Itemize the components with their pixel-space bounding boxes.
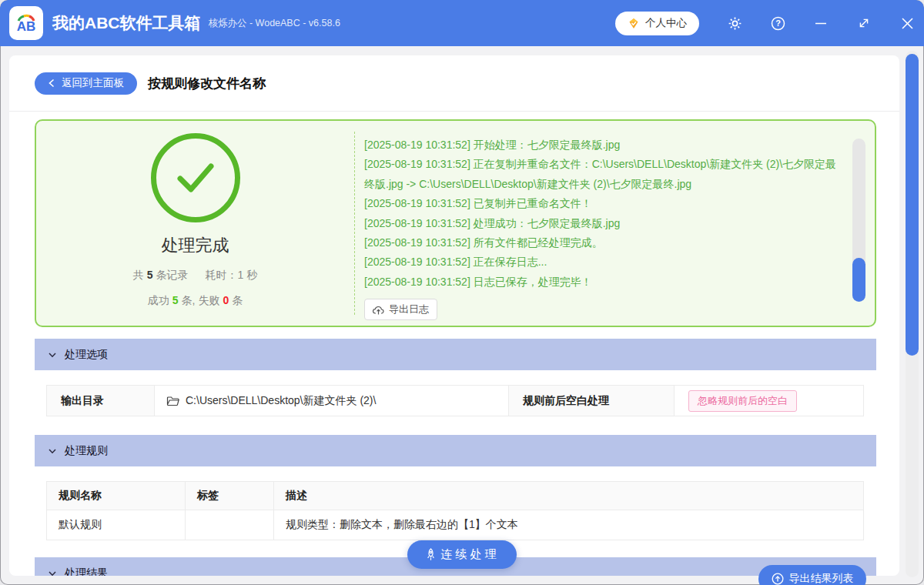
export-results-button[interactable]: 导出结果列表 xyxy=(758,565,866,585)
rule-desc-cell: 规则类型：删除文本，删除最右边的【1】个文本 xyxy=(274,510,863,540)
minimize-icon xyxy=(815,17,827,29)
chevron-down-icon xyxy=(48,446,57,456)
whitespace-tag: 忽略规则前后的空白 xyxy=(688,390,797,412)
svg-text:?: ? xyxy=(775,18,781,28)
section-results-title: 处理结果 xyxy=(65,567,108,577)
log-area: [2025-08-19 10:31:52] 开始处理：七夕限定最终版.jpg [… xyxy=(355,121,875,326)
whitespace-value: 忽略规则前后的空白 xyxy=(675,386,863,416)
help-button[interactable]: ? xyxy=(770,15,785,31)
log-scrollbar[interactable] xyxy=(852,139,865,302)
export-log-button[interactable]: 导出日志 xyxy=(364,299,437,320)
chevron-down-icon xyxy=(48,350,57,359)
folder-icon xyxy=(166,396,179,406)
table-row[interactable]: 默认规则 规则类型：删除文本，删除最右边的【1】个文本 xyxy=(47,510,863,540)
log-scrollbar-thumb[interactable] xyxy=(852,258,865,302)
content-area: 处理完成 共5条记录耗时：1 秒 成功5条,失败0条 [2025-08-19 1… xyxy=(9,112,899,576)
summary-status: 处理完成 共5条记录耗时：1 秒 成功5条,失败0条 xyxy=(36,121,354,326)
vip-diamond-icon xyxy=(628,18,640,29)
summary-panel: 处理完成 共5条记录耗时：1 秒 成功5条,失败0条 [2025-08-19 1… xyxy=(35,119,876,327)
chevron-left-icon xyxy=(48,79,55,88)
log-line: [2025-08-19 10:31:52] 正在复制并重命名文件：C:\User… xyxy=(364,155,839,194)
section-header-options[interactable]: 处理选项 xyxy=(35,339,876,370)
settings-button[interactable] xyxy=(727,15,742,31)
app-subtitle: 核烁办公 - WodeABC - v6.58.6 xyxy=(209,17,340,30)
success-count: 5 xyxy=(172,294,179,306)
titlebar-controls: 个人中心 ? xyxy=(615,12,924,35)
page-header: 返回到主面板 按规则修改文件名称 xyxy=(9,55,899,112)
output-dir-label: 输出目录 xyxy=(47,386,155,416)
column-tag: 标签 xyxy=(186,482,274,510)
fail-count: 0 xyxy=(223,294,229,306)
rocket-icon xyxy=(425,548,437,561)
minimize-button[interactable] xyxy=(813,15,829,31)
log-line: [2025-08-19 10:31:52] 处理成功：七夕限定最终版.jpg xyxy=(364,214,839,233)
app-title: 我的ABC软件工具箱 xyxy=(52,12,201,34)
rule-tag-cell xyxy=(186,510,274,540)
elapsed-time: 耗时：1 秒 xyxy=(206,269,258,281)
output-dir-value: C:\Users\DELL\Desktop\新建文件夹 (2)\ xyxy=(155,386,509,416)
continue-button[interactable]: 连续处理 xyxy=(407,540,517,569)
stats-total: 共5条记录耗时：1 秒 xyxy=(132,269,259,282)
back-button-label: 返回到主面板 xyxy=(62,76,124,90)
section-rules-title: 处理规则 xyxy=(65,444,108,458)
user-center-button[interactable]: 个人中心 xyxy=(615,12,699,35)
log-line: [2025-08-19 10:31:52] 开始处理：七夕限定最终版.jpg xyxy=(364,135,839,155)
user-center-label: 个人中心 xyxy=(645,16,687,30)
app-window: AB 我的ABC软件工具箱 核烁办公 - WodeABC - v6.58.6 个… xyxy=(0,0,924,585)
column-description: 描述 xyxy=(274,482,863,510)
section-header-rules[interactable]: 处理规则 xyxy=(35,435,876,466)
column-rule-name: 规则名称 xyxy=(47,482,186,510)
log-line: [2025-08-19 10:31:52] 日志已保存，处理完毕！ xyxy=(364,272,839,292)
total-count: 5 xyxy=(147,269,153,281)
rule-name-cell: 默认规则 xyxy=(47,510,186,540)
close-icon xyxy=(901,17,914,30)
rules-table-header: 规则名称 标签 描述 xyxy=(47,482,863,510)
page-title: 按规则修改文件名称 xyxy=(148,75,266,92)
gear-icon xyxy=(728,16,742,31)
main-panel: 返回到主面板 按规则修改文件名称 处理完成 共5条记录耗时：1 秒 xyxy=(9,55,899,576)
close-button[interactable] xyxy=(899,15,915,31)
success-check-icon xyxy=(151,133,240,222)
chevron-down-icon xyxy=(48,569,57,577)
logo-text: AB xyxy=(17,22,36,32)
maximize-icon xyxy=(858,17,870,29)
main-scrollbar[interactable] xyxy=(906,51,919,577)
cloud-upload-icon xyxy=(373,305,384,315)
main-scrollbar-thumb[interactable] xyxy=(906,54,919,356)
log-line: [2025-08-19 10:31:52] 正在保存日志... xyxy=(364,252,839,272)
app-logo: AB xyxy=(9,6,43,40)
continue-button-label: 连续处理 xyxy=(441,547,500,562)
rules-table: 规则名称 标签 描述 默认规则 规则类型：删除文本，删除最右边的【1】个文本 xyxy=(46,481,864,540)
export-results-label: 导出结果列表 xyxy=(789,572,854,585)
titlebar: AB 我的ABC软件工具箱 核烁办公 - WodeABC - v6.58.6 个… xyxy=(0,0,924,46)
options-row: 输出目录 C:\Users\DELL\Desktop\新建文件夹 (2)\ 规则… xyxy=(46,385,864,416)
circle-arrow-up-icon xyxy=(772,573,784,585)
status-title: 处理完成 xyxy=(162,234,229,257)
back-button[interactable]: 返回到主面板 xyxy=(35,72,137,95)
stats-success-fail: 成功5条,失败0条 xyxy=(146,294,244,308)
help-icon: ? xyxy=(771,16,785,31)
log-line: [2025-08-19 10:31:52] 所有文件都已经处理完成。 xyxy=(364,233,839,252)
section-options-title: 处理选项 xyxy=(65,348,108,362)
export-log-label: 导出日志 xyxy=(389,303,429,316)
maximize-button[interactable] xyxy=(856,15,872,31)
whitespace-label: 规则前后空白处理 xyxy=(509,386,675,416)
log-line: [2025-08-19 10:31:52] 已复制并已重命名文件！ xyxy=(364,194,839,213)
